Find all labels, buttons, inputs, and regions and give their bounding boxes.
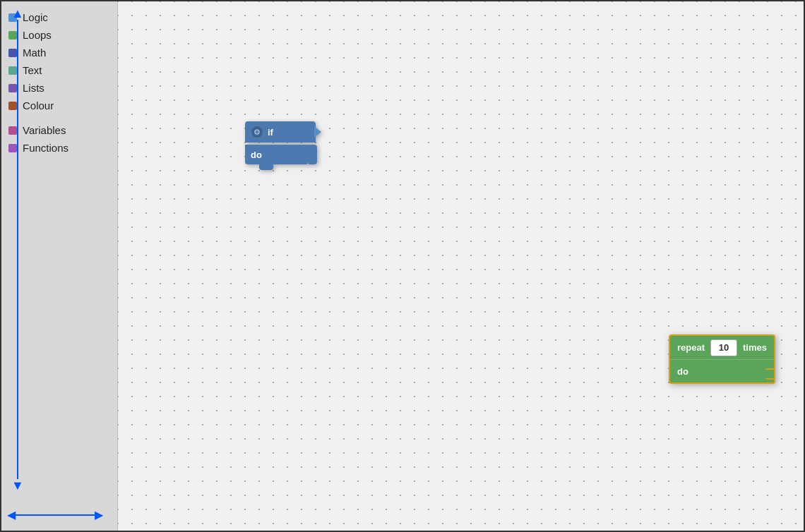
math-color-dot [8, 49, 17, 57]
repeat-value-input[interactable]: 10 [710, 339, 737, 356]
sidebar-label-functions: Functions [23, 142, 68, 154]
colour-color-dot [8, 102, 17, 110]
sidebar-item-logic[interactable]: Logic [1, 8, 117, 26]
do-label-if: do [251, 150, 262, 160]
main-container: Logic Loops Math Text Lists Colour Varia… [0, 0, 805, 532]
do-label-repeat: do [677, 366, 688, 377]
sidebar-label-text: Text [23, 64, 42, 76]
sidebar-item-loops[interactable]: Loops [1, 26, 117, 44]
sidebar-label-math: Math [23, 47, 46, 59]
sidebar-label-lists: Lists [23, 82, 44, 94]
if-label: if [268, 127, 273, 138]
sidebar-label-logic: Logic [23, 11, 48, 23]
if-block[interactable]: ⚙ if do [245, 121, 316, 164]
canvas-area[interactable]: ⚙ if do repeat [118, 1, 804, 531]
sidebar: Logic Loops Math Text Lists Colour Varia… [1, 1, 118, 531]
sidebar-label-variables: Variables [23, 124, 66, 136]
sidebar-item-functions[interactable]: Functions [1, 139, 117, 157]
gear-icon[interactable]: ⚙ [251, 126, 263, 138]
sidebar-item-text[interactable]: Text [1, 61, 117, 79]
repeat-block[interactable]: repeat 10 times do [669, 334, 775, 384]
sidebar-item-colour[interactable]: Colour [1, 97, 117, 114]
sidebar-item-variables[interactable]: Variables [1, 121, 117, 139]
sidebar-item-math[interactable]: Math [1, 44, 117, 61]
sidebar-label-colour: Colour [23, 99, 54, 111]
sidebar-item-lists[interactable]: Lists [1, 79, 117, 97]
lists-color-dot [8, 84, 17, 92]
times-label: times [743, 342, 767, 353]
variables-color-dot [8, 126, 17, 135]
functions-color-dot [8, 144, 17, 152]
text-color-dot [8, 66, 17, 75]
loops-color-dot [8, 31, 17, 40]
repeat-label: repeat [677, 342, 705, 353]
logic-color-dot [8, 13, 17, 22]
sidebar-label-loops: Loops [23, 29, 52, 41]
